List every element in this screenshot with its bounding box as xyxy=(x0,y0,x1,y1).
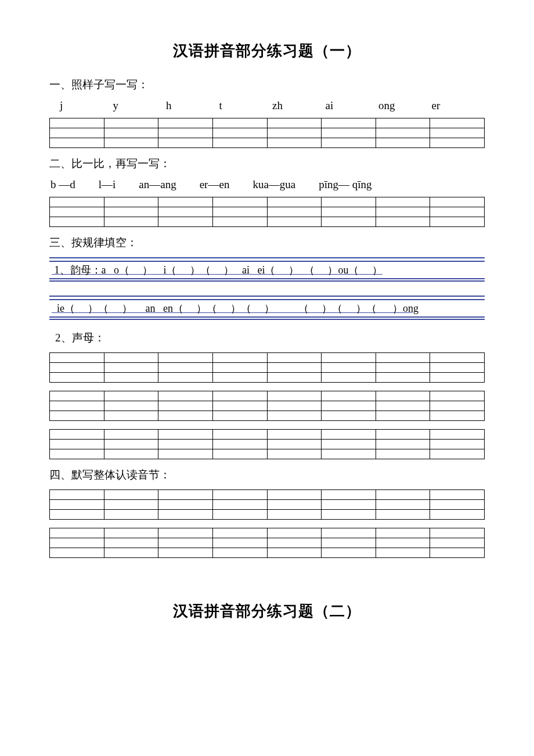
section-1-letters: j y h t zh ai ong er xyxy=(49,99,485,112)
letter-cell: j xyxy=(60,99,113,112)
writing-grid-4a xyxy=(49,489,485,520)
writing-grid-3a xyxy=(49,352,485,383)
pair-cell: er—en xyxy=(200,178,230,191)
letter-cell: er xyxy=(432,99,485,112)
letter-cell: ong xyxy=(378,99,432,112)
writing-grid-2 xyxy=(49,197,485,227)
letter-cell: h xyxy=(166,99,219,112)
pair-cell: an—ang xyxy=(139,178,176,191)
section-3-heading: 三、按规律填空： xyxy=(49,235,485,250)
letter-cell: zh xyxy=(272,99,326,112)
letter-cell: y xyxy=(113,99,167,112)
pair-cell: pīng— qīng xyxy=(319,178,371,191)
writing-grid-3b xyxy=(49,391,485,421)
letter-cell: t xyxy=(219,99,273,112)
fill-blank-line-2: ie（ ）（ ） an en（ ）（ ）（ ） （ ）（ ）（ ）ong xyxy=(49,296,485,320)
pair-cell: l—i xyxy=(99,178,116,191)
fill-blank-line-1: 1、韵母：a o（ ） i（ ）（ ） ai ei（ ） （ ）ou（ ） xyxy=(49,257,485,282)
page-title-1: 汉语拼音部分练习题（一） xyxy=(49,41,485,61)
section-1-heading: 一、照样子写一写： xyxy=(49,77,485,92)
writing-grid-4b xyxy=(49,528,485,558)
section-2-pairs: b —d l—i an—ang er—en kua—gua pīng— qīng xyxy=(49,178,485,191)
section-3-sub-heading: 2、声母： xyxy=(55,330,485,345)
letter-cell: ai xyxy=(326,99,379,112)
section-2-heading: 二、比一比，再写一写： xyxy=(49,156,485,171)
fill-blank-text-2: ie（ ）（ ） an en（ ）（ ）（ ） （ ）（ ）（ ）ong xyxy=(49,299,485,318)
page-title-2: 汉语拼音部分练习题（二） xyxy=(49,601,485,621)
section-4-heading: 四、默写整体认读音节： xyxy=(49,467,485,483)
writing-grid-3c xyxy=(49,429,485,459)
pair-cell: b —d xyxy=(50,178,75,191)
fill-blank-text-1: 1、韵母：a o（ ） i（ ）（ ） ai ei（ ） （ ）ou（ ） xyxy=(49,261,485,279)
pair-cell: kua—gua xyxy=(252,178,295,191)
writing-grid-1 xyxy=(49,118,485,148)
